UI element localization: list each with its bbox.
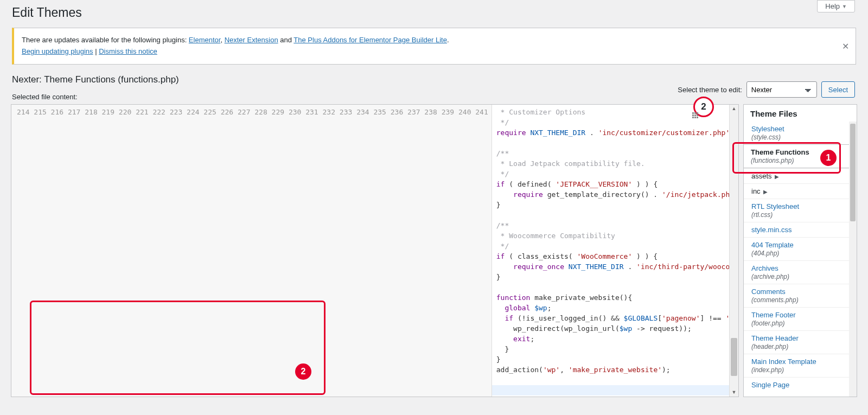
file-heading-prefix: Nexter <box>12 74 39 85</box>
theme-select-row: Select theme to edit: Nexter Select <box>678 81 855 98</box>
tree-item-stylesheet[interactable]: Stylesheet(style.css) <box>744 122 849 144</box>
notice-link-elementor[interactable]: Elementor <box>189 36 221 44</box>
resize-grip-icon <box>692 112 699 119</box>
scroll-down-icon[interactable]: ▼ <box>730 388 738 397</box>
notice-prefix: There are updates available for the foll… <box>22 36 189 44</box>
help-tab[interactable]: Help ▼ <box>817 0 855 12</box>
theme-files-panel: Theme Files Stylesheet(style.css)Theme F… <box>743 104 857 397</box>
theme-files-heading: Theme Files <box>744 105 857 122</box>
help-label: Help <box>825 2 840 10</box>
code-content[interactable]: * Customizer Options */ require NXT_THEM… <box>492 105 729 397</box>
tree-item-rtl-stylesheet[interactable]: RTL Stylesheet(rtl.css) <box>744 199 849 222</box>
tree-item-single-page[interactable]: Single Page <box>744 377 849 392</box>
tree-item-style-min-css[interactable]: style.min.css <box>744 222 849 237</box>
notice-link-nexter-ext[interactable]: Nexter Extension <box>225 36 278 44</box>
tree-item-theme-functions[interactable]: Theme Functions(functions.php) <box>744 144 850 168</box>
tree-item-theme-footer[interactable]: Theme Footer(footer.php) <box>744 307 849 330</box>
line-gutter: 214 215 216 217 218 219 220 221 222 223 … <box>11 105 492 397</box>
chevron-right-icon: ▶ <box>763 189 768 195</box>
theme-file-list: Stylesheet(style.css)Theme Functions(fun… <box>744 122 849 392</box>
code-editor[interactable]: 214 215 216 217 218 219 220 221 222 223 … <box>11 104 739 397</box>
dismiss-notice-link[interactable]: Dismiss this notice <box>99 47 157 55</box>
tree-item-theme-header[interactable]: Theme Header(header.php) <box>744 330 849 354</box>
begin-updating-link[interactable]: Begin updating plugins <box>22 47 93 55</box>
tree-item-assets[interactable]: assets ▶ <box>744 168 849 183</box>
scroll-up-icon[interactable]: ▲ <box>730 105 738 113</box>
chevron-down-icon: ▼ <box>842 4 847 9</box>
select-theme-label: Select theme to edit: <box>678 86 742 94</box>
tree-item-main-index-template[interactable]: Main Index Template(index.php) <box>744 354 849 377</box>
select-button[interactable]: Select <box>821 81 855 98</box>
update-notice: There are updates available for the foll… <box>12 28 856 65</box>
scroll-thumb[interactable] <box>731 338 737 376</box>
notice-link-plus-addons[interactable]: The Plus Addons for Elementor Page Build… <box>293 36 447 44</box>
theme-select[interactable]: Nexter <box>746 81 817 98</box>
tree-scrollbar[interactable] <box>849 122 857 397</box>
page-title: Edit Themes <box>12 5 857 20</box>
file-heading-filename: (functions.php) <box>118 74 178 85</box>
editor-scrollbar[interactable]: ▲ ▼ <box>729 105 738 397</box>
notice-join-1: and <box>278 36 294 44</box>
tree-item-404-template[interactable]: 404 Template(404.php) <box>744 237 849 260</box>
chevron-right-icon: ▶ <box>775 174 779 180</box>
notice-join-0: , <box>220 36 224 44</box>
tree-item-archives[interactable]: Archives(archive.php) <box>744 260 849 284</box>
tree-item-inc[interactable]: inc ▶ <box>744 183 849 199</box>
tree-item-comments[interactable]: Comments(comments.php) <box>744 284 849 307</box>
notice-suffix: . <box>447 36 449 44</box>
file-heading-label: Theme Functions <box>44 74 115 85</box>
tree-scroll-thumb[interactable] <box>850 124 856 221</box>
notice-sep: | <box>93 47 99 55</box>
close-icon[interactable]: ✕ <box>840 41 850 51</box>
